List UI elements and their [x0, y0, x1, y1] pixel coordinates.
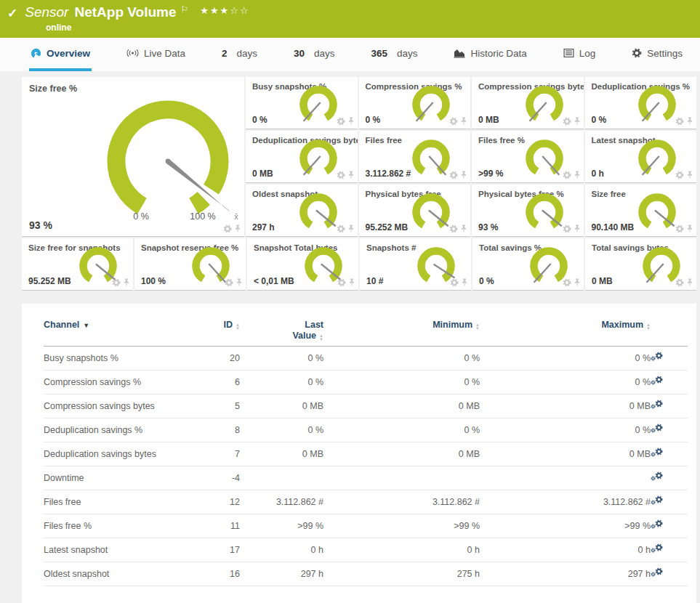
gear-icon[interactable] — [563, 117, 571, 126]
channel-settings-icon[interactable] — [651, 376, 663, 387]
gear-icon[interactable] — [651, 380, 656, 385]
pin-icon[interactable] — [574, 278, 581, 287]
gear-icon[interactable] — [651, 404, 656, 409]
gear-icon[interactable] — [563, 278, 571, 287]
pin-icon[interactable] — [236, 278, 243, 287]
gauge-cell[interactable]: Compression savings bytes 0 MB — [472, 77, 584, 129]
pin-icon[interactable] — [574, 224, 581, 233]
channel-settings-icon[interactable] — [651, 352, 663, 363]
gauge-cell[interactable]: Size free 90.140 MB — [585, 185, 697, 237]
gear-icon[interactable] — [655, 495, 663, 503]
channel-settings-icon[interactable] — [651, 495, 663, 507]
tab-log[interactable]: Log — [562, 38, 598, 71]
pin-icon[interactable] — [348, 278, 355, 287]
gear-icon[interactable] — [655, 352, 663, 360]
channel-settings-icon[interactable] — [651, 543, 663, 555]
gear-icon[interactable] — [675, 278, 684, 287]
gear-icon[interactable] — [655, 543, 663, 551]
gear-icon[interactable] — [651, 428, 656, 433]
pin-icon[interactable] — [460, 170, 467, 179]
gear-icon[interactable] — [651, 356, 656, 361]
gear-icon[interactable] — [449, 117, 458, 126]
pin-icon[interactable] — [347, 116, 355, 126]
gauge-cell[interactable]: Files free % >99 % — [472, 131, 584, 183]
channel-settings-icon[interactable] — [651, 472, 663, 483]
channel-settings-icon[interactable] — [651, 448, 663, 459]
gear-icon[interactable] — [655, 448, 663, 456]
gear-icon[interactable] — [449, 224, 458, 233]
gear-icon[interactable] — [651, 500, 656, 505]
pin-icon[interactable] — [686, 278, 693, 287]
gear-icon[interactable] — [563, 171, 571, 179]
gear-icon[interactable] — [655, 376, 663, 384]
tab-settings[interactable]: Settings — [630, 38, 684, 71]
pin-icon[interactable] — [574, 116, 581, 126]
channel-settings-icon[interactable] — [651, 567, 663, 579]
col-header-maximum[interactable]: Maximum▲▼ — [480, 320, 651, 331]
col-header-last-value[interactable]: Last Value▲▼ — [240, 320, 323, 341]
gear-icon[interactable] — [337, 224, 345, 233]
tab-overview[interactable]: Overview — [29, 38, 92, 71]
gear-icon[interactable] — [675, 117, 684, 126]
gear-icon[interactable] — [651, 476, 656, 481]
gauge-cell[interactable]: Total savings % 0 % — [472, 238, 584, 291]
table-row[interactable]: Oldest snapshot 16 297 h 275 h 297 h — [44, 562, 688, 586]
tab-2-days[interactable]: 2 days — [220, 38, 259, 71]
gauge-cell[interactable]: Compression savings % 0 % — [359, 77, 471, 129]
channel-settings-icon[interactable] — [651, 400, 663, 411]
tab-live-data[interactable]: Live Data — [125, 38, 187, 71]
priority-stars[interactable]: ★★★☆☆ — [200, 5, 249, 16]
pin-icon[interactable] — [234, 224, 241, 233]
gear-icon[interactable] — [675, 224, 684, 233]
table-row[interactable]: Compression savings bytes 5 0 MB 0 MB 0 … — [44, 394, 688, 418]
gear-icon[interactable] — [337, 117, 345, 126]
gauge-cell[interactable]: Files free 3.112.862 # — [359, 131, 471, 183]
col-header-minimum[interactable]: Minimum▲▼ — [323, 320, 480, 331]
table-row[interactable]: Deduplication savings bytes 7 0 MB 0 MB … — [44, 442, 688, 466]
gear-icon[interactable] — [675, 171, 684, 179]
tab-30-days[interactable]: 30 days — [292, 38, 337, 71]
table-row[interactable]: Compression savings % 6 0 % 0 % 0 % — [44, 371, 688, 394]
gear-icon[interactable] — [651, 452, 656, 457]
pin-icon[interactable] — [461, 278, 468, 287]
pin-icon[interactable] — [686, 116, 693, 126]
gear-icon[interactable] — [112, 278, 121, 287]
gauge-cell[interactable]: Snapshot reserve free % 100 % — [134, 238, 246, 291]
gauge-cell[interactable]: Busy snapshots % 0 % — [246, 77, 358, 129]
gear-icon[interactable] — [655, 400, 663, 408]
table-row[interactable]: Files free 12 3.112.862 # 3.112.862 # 3.… — [44, 490, 688, 514]
pin-icon[interactable] — [347, 224, 355, 233]
gauge-cell[interactable]: Snapshot Total bytes < 0,01 MB — [247, 238, 358, 291]
gear-icon[interactable] — [655, 519, 663, 527]
gauge-cell[interactable]: Physical bytes free 95.252 MB — [359, 185, 471, 237]
primary-channel-gauge[interactable]: Size free % x̄ 0 % 100 % 93 % — [22, 77, 244, 237]
gauge-cell[interactable]: Total savings bytes 0 MB — [585, 238, 696, 291]
gear-icon[interactable] — [449, 171, 458, 179]
gauge-cell[interactable]: Oldest snapshot 297 h — [246, 185, 358, 237]
gear-icon[interactable] — [655, 472, 663, 479]
gear-icon[interactable] — [651, 572, 656, 577]
gauge-cell[interactable]: Snapshots # 10 # — [360, 238, 471, 291]
gear-icon[interactable] — [225, 278, 233, 287]
channel-settings-icon[interactable] — [651, 424, 663, 435]
table-row[interactable]: Latest snapshot 17 0 h 0 h 0 h — [44, 538, 688, 562]
gear-icon[interactable] — [450, 278, 459, 287]
tab-historic-data[interactable]: Historic Data — [452, 38, 528, 71]
pin-icon[interactable] — [460, 116, 467, 126]
table-row[interactable]: Deduplication savings % 8 0 % 0 % 0 % — [44, 418, 688, 442]
gear-icon[interactable] — [337, 171, 345, 179]
channel-settings-icon[interactable] — [651, 519, 663, 531]
gear-icon[interactable] — [655, 424, 663, 432]
tab-365-days[interactable]: 365 days — [369, 38, 419, 71]
table-row[interactable]: Busy snapshots % 20 0 % 0 % 0 % — [44, 347, 688, 371]
gear-icon[interactable] — [223, 224, 232, 233]
gauge-cell[interactable]: Latest snapshot 0 h — [585, 131, 697, 183]
pin-icon[interactable] — [574, 170, 581, 179]
col-header-channel[interactable]: Channel▼ — [44, 320, 207, 330]
pin-icon[interactable] — [686, 224, 693, 233]
table-row[interactable]: Downtime -4 — [44, 466, 688, 490]
pin-icon[interactable] — [123, 278, 130, 287]
gear-icon[interactable] — [651, 524, 656, 529]
gear-icon[interactable] — [563, 224, 571, 233]
gear-icon[interactable] — [655, 567, 663, 575]
